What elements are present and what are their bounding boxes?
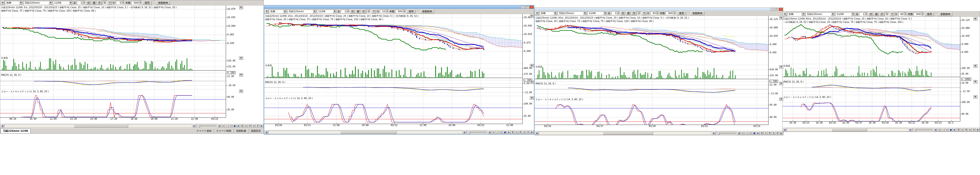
zoom-slider-handle[interactable] [468,131,470,134]
chart-nav-button[interactable]: + [741,132,745,135]
period-tick-button[interactable]: T [642,11,646,15]
period-week-button[interactable]: 週 [626,11,631,15]
chart-nav-button[interactable]: ⊕ [968,128,972,132]
minute-value-field[interactable]: 30◢ [650,11,659,15]
period-week-button[interactable]: 週 [355,10,360,13]
spin-icon[interactable]: ◢ [139,1,142,4]
scroll-left-icon[interactable]: ◀ [535,132,538,135]
chart-nav-button[interactable]: R [248,124,252,128]
scrollbar-thumb[interactable] [603,132,653,135]
chart-nav-button[interactable]: ⊕ [252,124,256,128]
chart-nav-button[interactable]: L [961,128,964,132]
scrollbar-thumb[interactable] [340,131,396,134]
chart-nav-button[interactable]: X [776,132,779,135]
spin-icon[interactable]: ◢ [83,1,85,4]
chart-nav-button[interactable]: ◀ [217,124,221,128]
collapse-stoch-icon[interactable]: ▼ [239,90,243,93]
contract-select[interactable]: 12/06▼ [317,10,336,13]
symbol-tab[interactable]: 日経225mini 12/06 [1,128,30,133]
period-minute-button[interactable]: 分 [366,10,371,13]
chart-nav-button[interactable]: R [964,128,968,132]
chart-nav-button[interactable]: - [745,132,748,135]
multi-symbol-button[interactable]: 複数銘柄 [156,1,170,5]
period-week-button[interactable]: 週 [91,1,96,5]
collapse-macd-icon[interactable]: ▼ [239,73,243,77]
collapse-macd-icon[interactable]: ▼ [974,80,977,83]
minute-value-field[interactable]: 5◢ [116,1,124,5]
maximize-icon[interactable]: □ [525,6,529,9]
zoom-slider[interactable] [467,130,487,134]
chart-canvas[interactable] [0,5,264,118]
category-select[interactable]: 先物▼ [5,1,23,5]
close-icon[interactable]: × [530,6,533,9]
chart-nav-button[interactable]: ■ [949,128,953,132]
period-month-button[interactable]: 月 [361,10,366,13]
zoom-slider[interactable] [716,132,737,135]
status-action-button[interactable]: チャート追加 [194,129,214,133]
period-day-button[interactable]: 日 [869,12,873,16]
period-day-button[interactable]: 日 [620,11,625,15]
period-day-button[interactable]: 日 [350,10,355,13]
period-month-button[interactable]: 月 [97,1,102,5]
collapse-price-icon[interactable]: ▼ [239,6,243,9]
minimize-icon[interactable]: _ [521,6,525,9]
multi-symbol-button[interactable]: 複数銘柄 [420,10,434,13]
chart-nav-button[interactable]: L [515,130,518,134]
spin-icon[interactable]: ◢ [656,11,659,15]
category-select[interactable]: 先物▼ [269,10,287,13]
chart-nav-button[interactable]: L [764,132,768,135]
bar-interval-field[interactable]: 1◢ [341,10,349,13]
chart-nav-button[interactable]: D [240,124,244,128]
bar-interval-field[interactable]: 1◢ [859,12,868,16]
zoom-slider[interactable] [913,128,933,132]
chart-nav-button[interactable]: + [492,130,495,134]
collapse-price-icon[interactable]: ▼ [779,16,783,20]
window-titlebar[interactable]: _ □ × [264,5,534,9]
chart-nav-button[interactable]: D [511,130,514,134]
chart-nav-button[interactable]: ◀ [488,130,492,134]
collapse-volume-icon[interactable]: ▼ [779,65,783,69]
chart-nav-button[interactable]: + [937,128,941,132]
zoom-slider-handle[interactable] [198,125,200,128]
scrollbar-track[interactable] [539,132,712,135]
contract-select[interactable]: 12/06▼ [53,1,72,5]
status-action-button[interactable]: 画面設定 [248,129,263,133]
scrollbar-thumb[interactable] [74,124,128,127]
chart-nav-button[interactable]: ◀ [737,132,741,135]
scroll-left-icon[interactable]: ◀ [0,124,4,128]
contract-select[interactable]: 12/06▼ [587,11,607,15]
scroll-right-icon[interactable]: ▶ [909,128,912,132]
period-day-button[interactable]: 日 [86,1,91,5]
scrollbar-track[interactable] [4,124,192,128]
spin-icon[interactable]: ◢ [386,10,388,13]
status-action-button[interactable]: 画面転換 [234,129,248,133]
collapse-stoch-icon[interactable]: ▼ [974,95,977,99]
apply-button[interactable]: 適用 [925,12,934,16]
period-tick-button[interactable]: T [890,12,894,16]
period-month-button[interactable]: 月 [879,12,884,16]
chart-nav-button[interactable]: ↔ [229,124,232,128]
spin-icon[interactable]: ◢ [921,13,924,16]
period-minute-button[interactable]: 分 [637,11,641,15]
apply-button[interactable]: 適用 [677,11,686,15]
symbol-select[interactable]: 日経225mini▼ [558,11,587,15]
collapse-macd-icon[interactable]: ▼ [530,80,534,84]
period-week-button[interactable]: 週 [874,12,878,16]
chart-nav-button[interactable]: X [526,130,530,134]
zoom-slider-handle[interactable] [914,128,916,132]
bar-interval-field[interactable]: 1◢ [77,1,85,5]
bar-count-field[interactable]: 500◢ [914,12,924,16]
spin-icon[interactable]: ◢ [673,11,676,15]
scrollbar-track[interactable] [787,128,908,132]
collapse-price-icon[interactable]: ▼ [530,14,534,18]
chart-nav-button[interactable]: ↔ [499,130,503,134]
period-month-button[interactable]: 月 [631,11,636,15]
chart-canvas[interactable] [783,17,980,122]
maximize-icon[interactable]: □ [775,8,778,11]
scrollbar-thumb[interactable] [832,128,867,131]
minute-value-field[interactable]: 15◢ [380,10,388,13]
zoom-slider[interactable] [196,124,217,128]
scroll-right-icon[interactable]: ▶ [192,124,196,128]
spin-icon[interactable]: ◢ [904,13,907,16]
chart-nav-button[interactable]: ▶ [953,128,956,132]
